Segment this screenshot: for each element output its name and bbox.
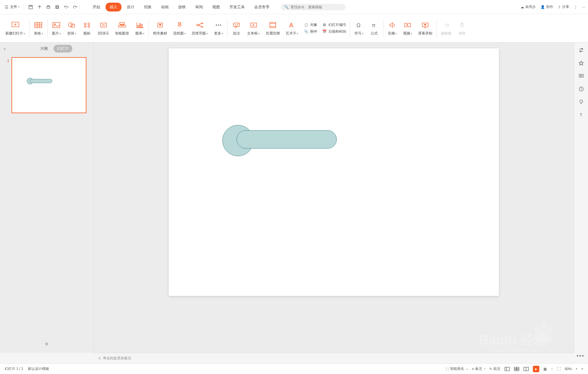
collab-button[interactable]: 👤 协作 [541,4,553,9]
action-button[interactable]: 动作 [454,20,470,36]
textbox-button[interactable]: A 文本框 [244,20,263,36]
right-side-panel: ? T [574,42,588,353]
collapse-ribbon[interactable]: ︿ [582,4,586,9]
zoom-in-button[interactable]: + [581,367,583,371]
tab-design[interactable]: 设计 [123,3,139,11]
smart-beautify-button[interactable]: ⬚智能美化▴ [446,366,468,371]
header-footer-button[interactable]: 页眉页脚 [263,20,283,36]
flowchart-button[interactable]: 流程图 [170,20,189,36]
svg-rect-24 [120,22,124,24]
reading-view-icon[interactable] [523,367,529,371]
outline-tab[interactable]: 大纲 [37,45,51,52]
shape-button[interactable]: 形状 [64,20,79,36]
more-button[interactable]: 更多 [211,20,226,36]
symbol-button[interactable]: Ω 符号 [351,20,367,36]
slide-number-button[interactable]: ⊞幻灯片编号 [322,22,346,27]
picture-button[interactable]: 图片 [49,20,64,36]
save-icon[interactable] [28,4,33,10]
chart-button[interactable]: 图表 [132,20,147,36]
tab-start[interactable]: 开始 [88,3,104,11]
tab-animation[interactable]: 动画 [157,3,173,11]
textbox-icon: A [249,20,258,30]
tab-insert[interactable]: 插入 [106,3,121,11]
svg-rect-76 [517,369,519,371]
tab-view[interactable]: 视图 [208,3,224,11]
search-box[interactable]: 🔍 [281,4,346,10]
redo-icon[interactable]: ▾ [72,4,78,10]
zoom-out-button[interactable]: − [551,367,553,371]
ribbon: 新建幻灯片 表格 图片 形状 图标 3D 3D演示 智能图形 图表 稻壳素材 流… [0,14,588,42]
table-button[interactable]: 表格 [31,20,46,36]
collapse-panel-icon[interactable]: « [4,46,6,51]
add-slide-button[interactable]: + [45,340,49,348]
3d-demo-button[interactable]: 3D 3D演示 [95,20,112,36]
sync-status[interactable]: ☁ 未同步 [520,4,536,9]
zoom-dropdown[interactable]: ▾ [576,368,577,370]
wordart-button[interactable]: A 艺术字 [283,20,301,36]
print-icon[interactable] [46,4,51,10]
svg-point-39 [202,23,203,24]
share-button[interactable]: ⇪ 分享 [558,4,569,9]
attachment-button[interactable]: 📎附件 [304,29,317,34]
file-menu-button[interactable]: 文件 ▾ [2,3,22,11]
present-icon[interactable] [578,73,584,79]
slide-canvas[interactable] [169,48,499,296]
object-button[interactable]: ▢对象 [304,22,317,27]
print-preview-icon[interactable] [55,4,60,10]
notes-bar[interactable]: ≡ 单击此处添加备注 [94,353,574,363]
comment-button[interactable]: 批注 [229,20,244,36]
svg-point-68 [580,100,583,103]
icon-button[interactable]: 图标 [79,20,95,36]
more-menu[interactable]: ⋮ [574,5,577,9]
settings-slider-icon[interactable] [578,47,584,53]
slide-thumbnail-1[interactable] [12,57,86,113]
hyperlink-button[interactable]: 超链接 [438,20,454,36]
header-footer-icon [268,20,277,30]
rounded-rectangle-shape[interactable] [236,130,337,149]
text-tool-icon[interactable]: T [578,112,584,118]
export-icon[interactable] [37,4,42,10]
formula-button[interactable]: π 公式 [367,20,382,36]
datetime-button[interactable]: 📅日期和时间 [322,29,346,34]
help-icon[interactable]: ? [578,86,584,92]
docer-button[interactable]: 稻壳素材 [150,20,170,36]
zoom-fit-icon[interactable]: ⛶ [557,367,561,371]
zoom-level[interactable]: 90% [565,367,572,371]
tab-slideshow[interactable]: 放映 [174,3,190,11]
comments-toggle[interactable]: ✎批注 [489,366,500,371]
undo-icon[interactable]: ▾ [63,4,69,10]
grid-toggle-icon[interactable]: ▦ [543,367,547,371]
svg-line-42 [198,25,202,27]
normal-view-icon[interactable] [505,367,510,371]
slides-tab[interactable]: 幻灯片 [54,45,72,52]
svg-text:T: T [580,113,582,117]
audio-button[interactable]: 音频 [385,20,400,36]
mindmap-button[interactable]: 思维导图 [189,20,211,36]
svg-point-18 [84,23,86,25]
svg-point-40 [202,26,203,27]
star-icon[interactable] [578,60,584,66]
bulb-icon[interactable] [578,99,584,105]
slideshow-view-button[interactable]: ▸ [533,366,539,372]
svg-rect-35 [141,24,142,28]
tab-member[interactable]: 会员专享 [250,3,274,11]
svg-rect-73 [514,367,516,369]
cloud-icon: ☁ [520,5,524,9]
smart-graphic-button[interactable]: 智能图形 [112,20,132,36]
svg-rect-1 [30,5,32,6]
notes-toggle[interactable]: ≡备注▾ [472,366,485,371]
sorter-view-icon[interactable] [514,367,519,371]
svg-rect-36 [178,22,181,24]
tab-devtools[interactable]: 开发工具 [225,3,249,11]
tab-review[interactable]: 审阅 [191,3,207,11]
tab-transition[interactable]: 切换 [140,3,156,11]
video-button[interactable]: 视频 [400,20,415,36]
mouse-icon [457,20,467,30]
search-input[interactable] [290,5,342,9]
mindmap-icon [195,20,205,30]
new-slide-button[interactable]: 新建幻灯片 [2,20,28,36]
screen-record-button[interactable]: 屏幕录制 [415,20,435,36]
formula-icon: π [369,20,379,30]
more-options-icon[interactable]: ••• [576,352,584,359]
status-bar: 幻灯片 1 / 1 默认设计模板 ⬚智能美化▴ ≡备注▾ ✎批注 ▸ ▦ − ⛶… [0,363,588,374]
